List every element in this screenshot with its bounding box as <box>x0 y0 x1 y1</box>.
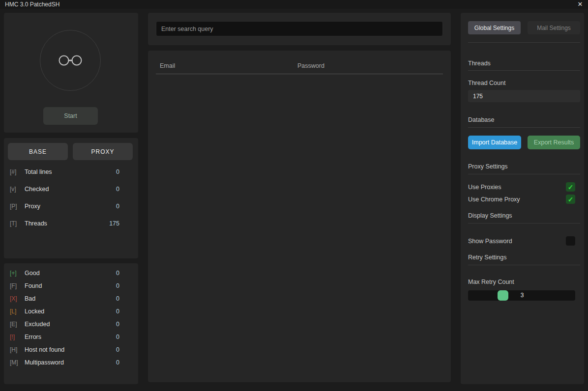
base-stats-panel: BASE PROXY [#] Total lines 0 [v] Checked… <box>4 138 138 258</box>
search-panel <box>148 13 451 45</box>
stat-label: Host not found <box>25 346 116 353</box>
result-stats-panel: [+] Good 0 [F] Found 0 [X] Bad 0 [L] Loc… <box>4 263 138 384</box>
stat-row-threads: [T] Threads 175 <box>4 215 138 232</box>
divider <box>468 70 580 71</box>
stat-prefix: [X] <box>10 295 25 302</box>
result-stats-list: [+] Good 0 [F] Found 0 [X] Bad 0 [L] Loc… <box>4 267 138 369</box>
stat-prefix: [H] <box>10 346 25 353</box>
use-chrome-proxy-label: Use Chrome Proxy <box>468 196 520 203</box>
stat-prefix: [L] <box>10 308 25 315</box>
use-chrome-proxy-checkbox[interactable]: ✓ <box>566 195 575 204</box>
stat-label: Good <box>25 270 116 277</box>
stat-row-host-not-found: [H] Host not found 0 <box>4 343 138 356</box>
check-icon: ✓ <box>568 196 574 203</box>
section-title-proxy-settings: Proxy Settings <box>468 163 508 170</box>
use-proxies-checkbox[interactable]: ✓ <box>566 182 575 192</box>
stat-value: 0 <box>116 282 119 289</box>
column-header-password[interactable]: Password <box>297 62 324 69</box>
stat-row-good: [+] Good 0 <box>4 267 138 279</box>
stat-row-multipassword: [M] Multipassword 0 <box>4 356 138 369</box>
close-button[interactable]: ✕ <box>575 0 585 8</box>
stat-value: 0 <box>116 186 119 193</box>
divider <box>468 223 580 223</box>
stat-value: 0 <box>116 334 119 340</box>
tab-base[interactable]: BASE <box>8 143 68 160</box>
stat-value: 175 <box>109 220 119 227</box>
results-table-panel: Email Password <box>148 51 451 382</box>
use-proxies-label: Use Proxies <box>468 184 501 191</box>
tab-proxy[interactable]: PROXY <box>73 143 133 160</box>
section-title-retry-settings: Retry Settings <box>468 254 507 261</box>
logo-panel: Start <box>4 13 138 133</box>
app-window: HMC 3.0 PatchedSH ✕ Start BASE PROXY [#]… <box>0 0 588 391</box>
table-header-row: Email Password <box>148 62 451 72</box>
search-input[interactable] <box>156 21 443 36</box>
import-database-button[interactable]: Import Database <box>468 136 521 149</box>
section-title-database: Database <box>468 116 495 123</box>
base-stats-list: [#] Total lines 0 [v] Checked 0 [P] Prox… <box>4 163 138 232</box>
show-password-checkbox[interactable] <box>566 236 575 246</box>
stat-label: Threads <box>25 220 109 227</box>
slider-value: 3 <box>515 292 529 299</box>
section-title-threads: Threads <box>468 60 491 67</box>
tab-global-settings[interactable]: Global Settings <box>468 21 521 34</box>
stat-value: 0 <box>116 168 119 175</box>
tab-mail-settings[interactable]: Mail Settings <box>528 21 580 34</box>
stat-row-checked: [v] Checked 0 <box>4 180 138 197</box>
stat-label: Bad <box>25 295 116 302</box>
stat-row-bad: [X] Bad 0 <box>4 292 138 305</box>
stat-row-locked: [L] Locked 0 <box>4 305 138 318</box>
stat-label: Found <box>25 282 116 289</box>
stat-row-total-lines: [#] Total lines 0 <box>4 163 138 180</box>
thread-count-input[interactable] <box>468 90 580 102</box>
stat-value: 0 <box>116 270 119 277</box>
thread-count-label: Thread Count <box>468 80 505 86</box>
stat-label: Proxy <box>25 203 116 210</box>
close-icon: ✕ <box>578 0 583 8</box>
settings-panel: Global Settings Mail Settings Threads Th… <box>461 13 584 384</box>
stat-label: Locked <box>25 308 116 315</box>
stat-prefix: [!] <box>10 334 25 340</box>
max-retry-count-label: Max Retry Count <box>468 279 514 285</box>
divider <box>468 174 580 174</box>
stat-prefix: [F] <box>10 282 25 289</box>
stat-value: 0 <box>116 295 119 302</box>
stat-row-proxy: [P] Proxy 0 <box>4 197 138 215</box>
stat-value: 0 <box>116 346 119 353</box>
stat-row-found: [F] Found 0 <box>4 279 138 292</box>
stat-prefix: [P] <box>10 203 25 210</box>
stat-value: 0 <box>116 321 119 328</box>
stat-prefix: [#] <box>10 168 25 175</box>
stat-value: 0 <box>116 308 119 315</box>
divider <box>468 42 580 43</box>
column-header-email[interactable]: Email <box>160 62 175 69</box>
slider-thumb[interactable] <box>498 290 508 301</box>
stat-row-errors: [!] Errors 0 <box>4 331 138 343</box>
stat-prefix: [E] <box>10 321 25 328</box>
section-title-display-settings: Display Settings <box>468 212 512 219</box>
divider <box>468 127 580 128</box>
start-button[interactable]: Start <box>43 107 98 125</box>
title-bar: HMC 3.0 PatchedSH ✕ <box>0 0 588 9</box>
stat-value: 0 <box>116 203 119 210</box>
stat-label: Checked <box>25 186 116 193</box>
show-password-label: Show Password <box>468 238 512 245</box>
stat-value: 0 <box>116 359 119 366</box>
stat-label: Errors <box>25 334 116 340</box>
stat-label: Multipassword <box>25 359 116 366</box>
stat-label: Total lines <box>25 168 116 175</box>
stat-prefix: [v] <box>10 186 25 193</box>
stat-row-excluded: [E] Excluded 0 <box>4 318 138 331</box>
stat-label: Excluded <box>25 321 116 328</box>
check-icon: ✓ <box>568 183 574 191</box>
glasses-icon <box>59 56 82 66</box>
window-title: HMC 3.0 PatchedSH <box>5 1 59 8</box>
max-retry-slider[interactable]: 3 <box>468 290 575 301</box>
stat-prefix: [M] <box>10 359 25 366</box>
export-results-button[interactable]: Export Results <box>528 136 580 149</box>
stat-prefix: [+] <box>10 270 25 277</box>
logo-circle <box>40 30 101 91</box>
divider <box>468 265 580 265</box>
table-body <box>156 74 443 377</box>
stat-prefix: [T] <box>10 220 25 227</box>
